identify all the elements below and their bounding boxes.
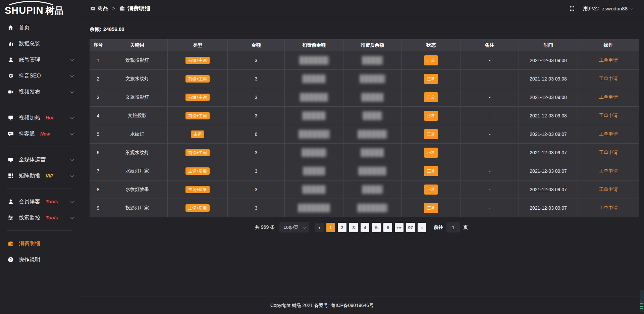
sidebar-item-全媒体运营[interactable]: 全媒体运营 xyxy=(0,152,79,168)
status-cell: 正常 xyxy=(401,51,461,69)
table-header-row: 序号关键词类型金额扣费前余额扣费后余额状态备注时间操作 xyxy=(90,39,639,51)
monitor-icon xyxy=(7,156,14,163)
remark-cell: - xyxy=(461,51,519,69)
chevron-down-icon xyxy=(70,132,74,135)
work-order-link[interactable]: 工单申请 xyxy=(599,187,618,193)
time-cell: 2021-12-03 09:08 xyxy=(519,88,578,106)
sidebar-item-账号管理[interactable]: 账号管理 xyxy=(0,52,79,68)
sidebar-item-视频发布[interactable]: 视频发布 xyxy=(0,84,79,100)
sidebar-item-矩阵助推[interactable]: 矩阵助推VIP xyxy=(0,168,79,184)
svg-text:?: ? xyxy=(10,258,12,262)
redacted-balance xyxy=(302,148,326,157)
sidebar-item-label: 抖音SEO xyxy=(19,72,41,80)
redacted-balance xyxy=(362,56,383,65)
post-balance-cell xyxy=(343,180,401,199)
work-order-link[interactable]: 工单申请 xyxy=(599,168,618,174)
sidebar-item-数据总览[interactable]: 数据总览 xyxy=(0,36,79,52)
sidebar-item-label: 首页 xyxy=(19,24,30,31)
post-balance-cell xyxy=(343,144,401,162)
redacted-balance xyxy=(303,167,325,175)
work-order-link[interactable]: 工单申请 xyxy=(599,131,618,137)
work-order-link[interactable]: 工单申请 xyxy=(599,113,618,119)
remark-cell: - xyxy=(461,107,519,125)
table-row: 5水纹灯主词6正常-2021-12-03 09:07工单申请 xyxy=(90,125,639,143)
sidebar-item-抖客通[interactable]: 抖客通New xyxy=(0,126,79,142)
amount-cell: 3 xyxy=(228,180,285,199)
redacted-balance xyxy=(361,93,383,102)
next-page-button[interactable]: › xyxy=(418,223,426,232)
redacted-balance xyxy=(358,167,386,175)
redacted-balance xyxy=(361,148,384,157)
prev-page-button[interactable]: ‹ xyxy=(315,223,324,232)
sidebar: SHUPIN树品 首页数据总览账号管理抖音SEO视频发布视频加热Hot抖客通Ne… xyxy=(0,0,79,314)
chevron-down-icon xyxy=(303,225,306,229)
sidebar-item-消费明细[interactable]: 消费明细 xyxy=(0,235,79,252)
breadcrumb-label: 消费明细 xyxy=(127,5,150,12)
keyword-cell: 水纹灯厂家 xyxy=(107,162,168,180)
work-order-link[interactable]: 工单申请 xyxy=(599,205,618,211)
redacted-balance xyxy=(363,111,382,120)
sliders-icon xyxy=(7,214,14,221)
amount-cell: 3 xyxy=(228,70,285,88)
sidebar-item-tag: Hot xyxy=(46,115,53,120)
page-button-1[interactable]: 1 xyxy=(326,223,335,232)
action-cell: 工单申请 xyxy=(578,70,639,88)
user-icon xyxy=(7,198,14,205)
question-icon: ? xyxy=(7,256,14,263)
chevron-down-icon xyxy=(70,174,74,177)
action-cell: 工单申请 xyxy=(578,144,639,162)
user-label: 用户名: xyxy=(583,5,599,12)
chevron-down-icon xyxy=(70,74,74,77)
page-size-select[interactable]: 10条/页 xyxy=(279,222,309,232)
sidebar-item-视频加热[interactable]: 视频加热Hot xyxy=(0,110,79,126)
page-button-5[interactable]: 5 xyxy=(372,223,381,232)
time-cell: 2021-12-03 09:07 xyxy=(519,180,578,199)
work-order-link[interactable]: 工单申请 xyxy=(599,76,618,82)
goto-page-input[interactable] xyxy=(446,222,460,232)
type-cell: 前缀+主词 xyxy=(168,51,228,69)
amount-cell: 3 xyxy=(228,162,285,180)
chevron-down-icon xyxy=(70,158,74,161)
balance-value: 24856.00 xyxy=(103,26,124,32)
remark-cell: - xyxy=(461,180,519,199)
status-badge: 正常 xyxy=(424,129,438,139)
sidebar-item-tag: Tools xyxy=(46,199,58,204)
pre-balance-cell xyxy=(285,199,343,217)
row-index: 3 xyxy=(90,88,107,106)
chat-icon xyxy=(7,130,14,137)
remark-cell: - xyxy=(461,88,519,106)
sidebar-item-会员爆客[interactable]: 会员爆客Tools xyxy=(0,194,79,210)
goto-label: 前往 xyxy=(434,224,443,230)
page-button-4[interactable]: 4 xyxy=(361,223,369,232)
keyword-cell: 景观投影灯 xyxy=(107,51,168,69)
status-badge: 正常 xyxy=(424,55,438,65)
column-header: 关键词 xyxy=(107,39,168,51)
page-button-2[interactable]: 2 xyxy=(338,223,346,232)
work-order-link[interactable]: 工单申请 xyxy=(599,94,618,100)
pre-balance-cell xyxy=(285,51,343,69)
type-badge: 主词+后缀 xyxy=(185,186,209,193)
column-header: 类型 xyxy=(168,39,228,51)
pre-balance-cell xyxy=(285,88,343,106)
page-button-6[interactable]: 6 xyxy=(383,223,392,232)
sidebar-item-操作说明[interactable]: ?操作说明 xyxy=(0,252,79,268)
more-pages-button[interactable]: ••• xyxy=(395,223,404,232)
work-order-link[interactable]: 工单申请 xyxy=(599,57,618,63)
keyword-cell: 投影灯厂家 xyxy=(107,199,168,217)
fullscreen-icon[interactable] xyxy=(569,6,575,11)
sidebar-item-首页[interactable]: 首页 xyxy=(0,19,79,36)
chat-widget[interactable] xyxy=(640,290,644,312)
page-button-3[interactable]: 3 xyxy=(349,223,358,232)
type-cell: 主词 xyxy=(168,125,228,143)
work-order-link[interactable]: 工单申请 xyxy=(599,150,618,156)
page-button-97[interactable]: 97 xyxy=(406,223,415,232)
screen-heat-icon xyxy=(7,114,14,121)
user-menu[interactable]: 用户名: zswodun88 xyxy=(583,5,633,12)
post-balance-cell xyxy=(343,162,401,180)
sidebar-item-线索监控[interactable]: 线索监控Tools xyxy=(0,210,79,226)
breadcrumb-item-current[interactable]: 消费明细 xyxy=(119,5,150,12)
username: zswodun88 xyxy=(602,6,628,11)
sidebar-item-抖音SEO[interactable]: 抖音SEO xyxy=(0,68,79,84)
row-index: 7 xyxy=(90,162,107,180)
breadcrumb-item-home[interactable]: 树品 xyxy=(90,5,108,12)
